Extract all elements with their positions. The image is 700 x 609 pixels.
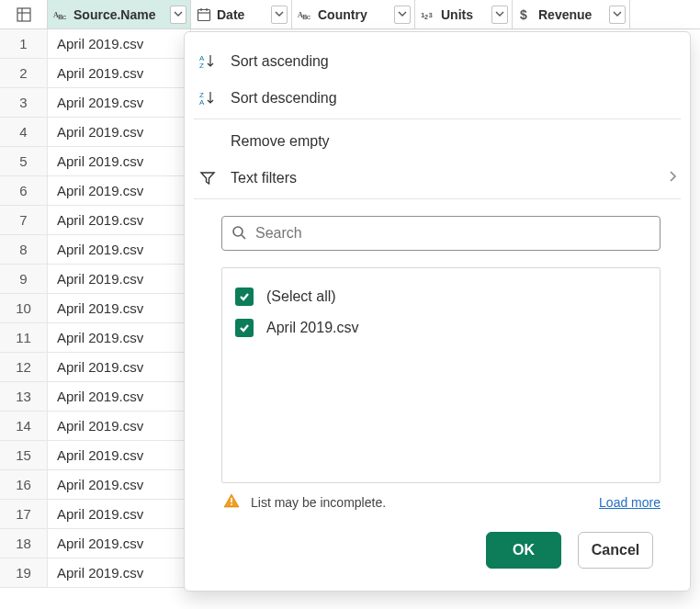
type-currency-icon: $ [518, 7, 533, 22]
row-number-header[interactable] [0, 0, 48, 28]
column-label: Country [318, 7, 389, 22]
cell-source-name: April 2019.csv [48, 29, 191, 59]
type-text-icon: ABC [298, 7, 312, 22]
sort-descending[interactable]: ZA Sort descending [194, 80, 681, 117]
chevron-down-icon [174, 11, 183, 18]
svg-text:3: 3 [429, 11, 433, 19]
cell-source-name: April 2019.csv [48, 294, 191, 323]
column-filter-button[interactable] [170, 6, 186, 24]
row-number: 12 [0, 353, 48, 382]
svg-rect-0 [17, 8, 30, 21]
svg-line-22 [242, 235, 245, 239]
remove-empty[interactable]: Remove empty [194, 123, 681, 160]
filter-values: (Select all) April 2019.csv [221, 267, 660, 483]
load-more-link[interactable]: Load more [599, 495, 660, 510]
svg-rect-6 [198, 9, 210, 20]
column-filter-button[interactable] [609, 6, 626, 24]
cell-source-name: April 2019.csv [48, 147, 191, 176]
column-filter-button[interactable] [271, 6, 288, 24]
sort-ascending[interactable]: AZ Sort ascending [194, 43, 681, 80]
column-header-source-name[interactable]: ABCSource.Name [48, 0, 191, 28]
row-number: 13 [0, 382, 48, 412]
chevron-down-icon [495, 11, 504, 18]
cell-source-name: April 2019.csv [48, 118, 191, 147]
sort-desc-icon: ZA [198, 90, 218, 107]
select-all-label: (Select all) [266, 288, 336, 305]
text-filters[interactable]: Text filters [194, 160, 681, 197]
svg-text:A: A [199, 98, 205, 107]
svg-text:C: C [62, 14, 67, 20]
chevron-down-icon [613, 11, 622, 18]
cell-source-name: April 2019.csv [48, 353, 191, 382]
svg-text:Z: Z [199, 62, 204, 70]
chevron-down-icon [275, 11, 284, 18]
column-label: Date [217, 7, 265, 22]
filter-value-label: April 2019.csv [266, 320, 359, 336]
column-filter-button[interactable] [394, 6, 411, 24]
column-header-units[interactable]: 123Units [415, 0, 513, 28]
row-number: 2 [0, 59, 48, 88]
menu-divider [194, 118, 681, 119]
ok-button[interactable]: OK [486, 532, 561, 569]
row-number: 3 [0, 88, 48, 118]
row-number: 11 [0, 323, 48, 353]
filter-popup: AZ Sort ascending ZA Sort descending Rem… [184, 31, 691, 592]
row-number: 5 [0, 147, 48, 176]
svg-rect-23 [231, 498, 232, 502]
row-number: 18 [0, 529, 48, 558]
checkbox-checked-icon [235, 319, 254, 337]
column-header-date[interactable]: Date [191, 0, 292, 28]
sort-ascending-label: Sort ascending [231, 53, 329, 70]
sort-asc-icon: AZ [198, 53, 218, 70]
search-input[interactable] [255, 225, 650, 242]
type-date-icon [197, 7, 211, 22]
cancel-button[interactable]: Cancel [578, 532, 653, 569]
cell-source-name: April 2019.csv [48, 382, 191, 412]
row-number: 7 [0, 206, 48, 235]
incomplete-text: List may be incomplete. [251, 495, 386, 510]
incomplete-warning: List may be incomplete. Load more [221, 483, 660, 515]
row-number: 9 [0, 265, 48, 294]
select-all-row[interactable]: (Select all) [235, 281, 647, 312]
warning-icon [223, 492, 240, 512]
column-label: Revenue [538, 7, 604, 22]
search-box[interactable] [221, 216, 660, 251]
menu-divider [194, 198, 681, 199]
cell-source-name: April 2019.csv [48, 323, 191, 353]
row-number: 10 [0, 294, 48, 323]
sort-descending-label: Sort descending [231, 90, 337, 107]
filter-value-row[interactable]: April 2019.csv [235, 312, 647, 344]
type-number-icon: 123 [421, 7, 435, 22]
cell-source-name: April 2019.csv [48, 88, 191, 118]
row-number: 14 [0, 412, 48, 441]
cell-source-name: April 2019.csv [48, 412, 191, 441]
cell-source-name: April 2019.csv [48, 206, 191, 235]
row-number: 4 [0, 118, 48, 147]
column-label: Source.Name [73, 7, 164, 22]
chevron-down-icon [398, 11, 407, 18]
svg-point-21 [233, 227, 243, 236]
column-headers: ABCSource.NameDateABCCountry123Units$Rev… [0, 0, 700, 29]
cell-source-name: April 2019.csv [48, 176, 191, 206]
row-number: 19 [0, 558, 48, 588]
row-number: 16 [0, 470, 48, 500]
table-icon [17, 7, 31, 22]
cell-source-name: April 2019.csv [48, 265, 191, 294]
filter-icon [198, 170, 218, 186]
chevron-right-icon [668, 170, 677, 186]
svg-text:$: $ [520, 7, 527, 22]
type-text-icon: ABC [53, 7, 68, 22]
svg-rect-24 [231, 503, 232, 505]
cell-source-name: April 2019.csv [48, 529, 191, 558]
column-filter-button[interactable] [491, 6, 508, 24]
remove-empty-label: Remove empty [231, 133, 330, 150]
cell-source-name: April 2019.csv [48, 500, 191, 529]
search-icon [231, 225, 246, 242]
column-header-country[interactable]: ABCCountry [292, 0, 415, 28]
row-number: 6 [0, 176, 48, 206]
cell-source-name: April 2019.csv [48, 470, 191, 500]
column-header-revenue[interactable]: $Revenue [513, 0, 630, 28]
column-label: Units [441, 7, 486, 22]
svg-text:2: 2 [424, 12, 428, 20]
cell-source-name: April 2019.csv [48, 235, 191, 265]
